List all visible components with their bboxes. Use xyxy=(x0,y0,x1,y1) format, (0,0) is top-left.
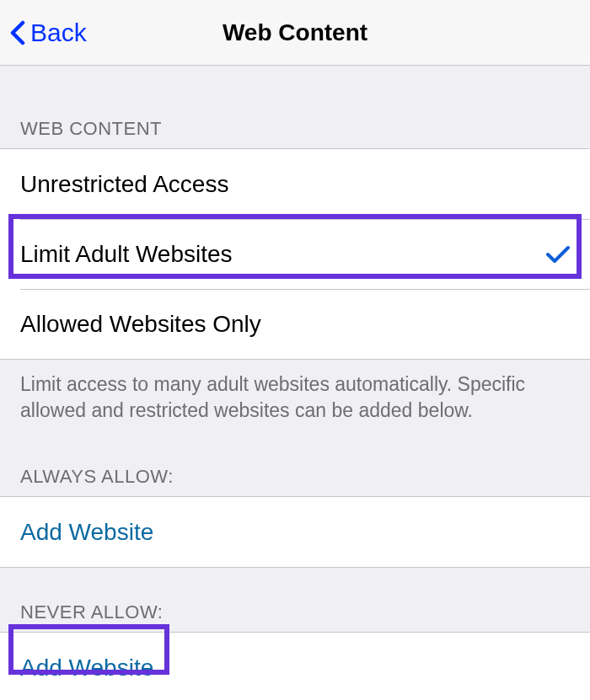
option-label: Allowed Websites Only xyxy=(20,311,261,338)
option-allowed-websites-only[interactable]: Allowed Websites Only xyxy=(0,289,590,359)
always-allow-group: Add Website xyxy=(0,496,590,568)
option-unrestricted-access[interactable]: Unrestricted Access xyxy=(0,149,590,219)
option-label: Unrestricted Access xyxy=(20,171,228,198)
checkmark-icon xyxy=(546,245,570,264)
back-button[interactable]: Back xyxy=(0,19,87,47)
page-title: Web Content xyxy=(223,19,367,46)
web-content-options-group: Unrestricted Access Limit Adult Websites… xyxy=(0,148,590,360)
back-chevron-icon xyxy=(10,20,25,45)
option-limit-adult-websites[interactable]: Limit Adult Websites xyxy=(0,219,590,289)
section-header-always-allow: ALWAYS ALLOW: xyxy=(0,432,590,496)
add-website-label: Add Website xyxy=(20,655,153,681)
section-header-web-content: WEB CONTENT xyxy=(0,66,590,148)
section-header-never-allow: NEVER ALLOW: xyxy=(0,568,590,632)
navigation-bar: Back Web Content xyxy=(0,0,590,66)
back-label: Back xyxy=(30,19,87,47)
option-label: Limit Adult Websites xyxy=(20,241,233,268)
section-footer-web-content: Limit access to many adult websites auto… xyxy=(0,360,590,432)
add-website-label: Add Website xyxy=(20,519,153,546)
add-website-always-allow[interactable]: Add Website xyxy=(0,497,590,567)
add-website-never-allow[interactable]: Add Website xyxy=(0,633,590,700)
never-allow-group: Add Website xyxy=(0,632,590,700)
